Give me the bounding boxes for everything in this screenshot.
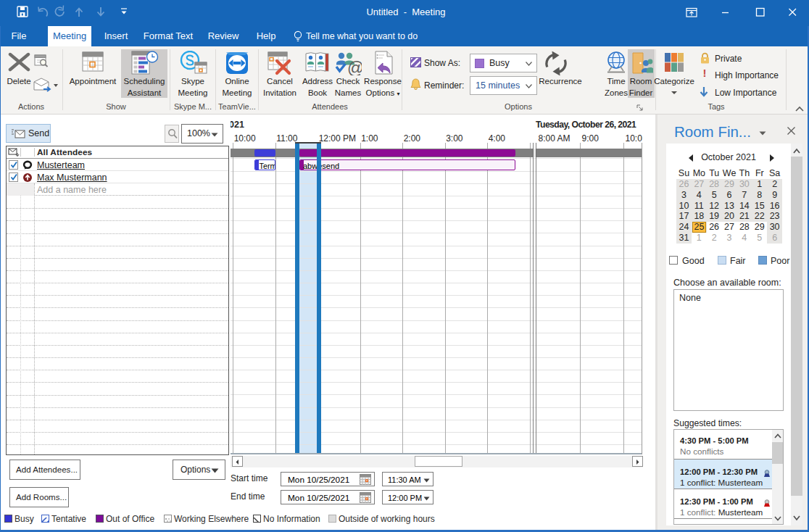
svg-text:@: @ <box>347 59 362 75</box>
